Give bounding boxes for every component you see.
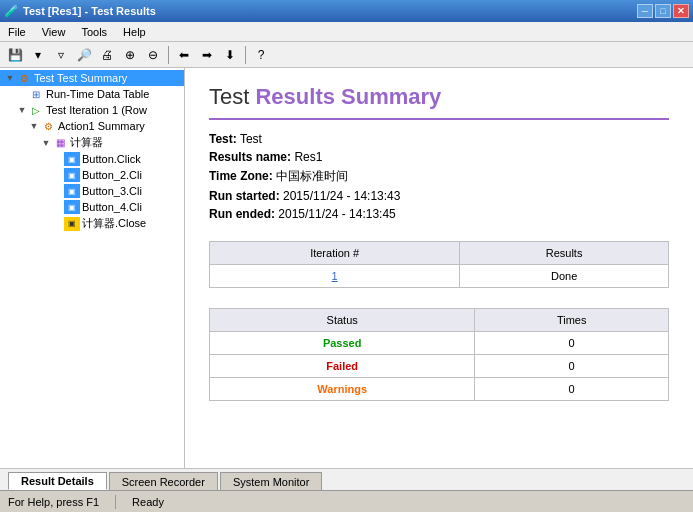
timezone-row: Time Zone: 中国标准时间 (209, 168, 669, 185)
tree-label-9: 计算器.Close (82, 216, 146, 231)
toolbar-search[interactable]: 🔎 (73, 44, 95, 66)
toolbar-zoom-in[interactable]: ⊕ (119, 44, 141, 66)
menu-help[interactable]: Help (115, 22, 154, 41)
tree-item-iteration[interactable]: ▼ ▷ Test Iteration 1 (Row (0, 102, 184, 118)
iteration-header: Iteration # (210, 242, 460, 265)
run-started-value: 2015/11/24 - 14:13:43 (283, 189, 400, 203)
test-row: Test: Test (209, 132, 669, 146)
app-window: 🧪 Test [Res1] - Test Results ─ □ ✕ File … (0, 0, 693, 512)
expand-icon-0[interactable]: ▼ (4, 72, 16, 84)
app-icon: 🧪 (4, 4, 19, 18)
status-failed-row: Failed 0 (210, 355, 669, 378)
expand-icon-2[interactable]: ▼ (16, 104, 28, 116)
iteration-row: 1 Done (210, 265, 669, 288)
status-warnings: Warnings (210, 378, 475, 401)
menu-view[interactable]: View (34, 22, 74, 41)
timezone-label: Time Zone: (209, 169, 273, 183)
iteration-result: Done (460, 265, 669, 288)
tab-system-monitor[interactable]: System Monitor (220, 472, 322, 490)
toolbar-filter[interactable]: ▾ (27, 44, 49, 66)
timezone-value: 中国标准时间 (276, 169, 348, 183)
results-name-value: Res1 (294, 150, 322, 164)
title-bar: 🧪 Test [Res1] - Test Results ─ □ ✕ (0, 0, 693, 22)
tree-item-calculator-close[interactable]: ▣ 计算器.Close (0, 215, 184, 232)
iteration-number: 1 (210, 265, 460, 288)
toolbar-help[interactable]: ? (250, 44, 272, 66)
iteration-link[interactable]: 1 (332, 270, 338, 282)
toolbar-forward[interactable]: ➡ (196, 44, 218, 66)
times-header: Times (475, 309, 669, 332)
tree-label-6: Button_2.Cli (82, 169, 142, 181)
status-help-text: For Help, press F1 (8, 496, 99, 508)
component-icon: ▦ (52, 136, 68, 150)
expand-icon-8 (52, 201, 64, 213)
expand-icon-5 (52, 153, 64, 165)
table-icon: ⊞ (28, 87, 44, 101)
tree-item-calculator[interactable]: ▼ ▦ 计算器 (0, 134, 184, 151)
results-name-label: Results name: (209, 150, 291, 164)
tree-item-button-click[interactable]: ▣ Button.Click (0, 151, 184, 167)
tab-screen-recorder[interactable]: Screen Recorder (109, 472, 218, 490)
toolbar-down[interactable]: ⬇ (219, 44, 241, 66)
tree-panel: ▼ ⚙ Test Test Summary ⊞ Run-Time Data Ta… (0, 68, 185, 468)
failed-times: 0 (475, 355, 669, 378)
status-ready-text: Ready (132, 496, 164, 508)
run-ended-label: Run ended: (209, 207, 275, 221)
maximize-button[interactable]: □ (655, 4, 671, 18)
toolbar-filter2[interactable]: ▿ (50, 44, 72, 66)
expand-icon-9 (52, 218, 64, 230)
toolbar-back[interactable]: ⬅ (173, 44, 195, 66)
results-title-prefix: Test (209, 84, 255, 109)
action-icon: ⚙ (40, 119, 56, 133)
status-divider (115, 495, 116, 509)
toolbar-print[interactable]: 🖨 (96, 44, 118, 66)
image-icon-5: ▣ (64, 152, 80, 166)
toolbar-save[interactable]: 💾 (4, 44, 26, 66)
test-value: Test (240, 132, 262, 146)
tree-label-4: 计算器 (70, 135, 103, 150)
tree-item-test-summary[interactable]: ▼ ⚙ Test Test Summary (0, 70, 184, 86)
run-started-row: Run started: 2015/11/24 - 14:13:43 (209, 189, 669, 203)
status-passed-row: Passed 0 (210, 332, 669, 355)
iteration-icon: ▷ (28, 103, 44, 117)
tree-item-runtime-table[interactable]: ⊞ Run-Time Data Table (0, 86, 184, 102)
tree-item-button4[interactable]: ▣ Button_4.Cli (0, 199, 184, 215)
image-icon-7: ▣ (64, 184, 80, 198)
test-label: Test: (209, 132, 237, 146)
iteration-table: Iteration # Results 1 Done (209, 241, 669, 288)
results-panel: Test Results Summary Test: Test Results … (185, 68, 693, 468)
status-bar: For Help, press F1 Ready (0, 490, 693, 512)
passed-times: 0 (475, 332, 669, 355)
close-button[interactable]: ✕ (673, 4, 689, 18)
minimize-button[interactable]: ─ (637, 4, 653, 18)
status-failed: Failed (210, 355, 475, 378)
close-icon: ▣ (64, 217, 80, 231)
run-ended-value: 2015/11/24 - 14:13:45 (278, 207, 395, 221)
menu-tools[interactable]: Tools (73, 22, 115, 41)
toolbar-separator (168, 46, 169, 64)
window-title: Test [Res1] - Test Results (23, 5, 156, 17)
results-header: Results (460, 242, 669, 265)
menu-file[interactable]: File (0, 22, 34, 41)
tree-item-button2[interactable]: ▣ Button_2.Cli (0, 167, 184, 183)
run-started-label: Run started: (209, 189, 280, 203)
tree-item-button3[interactable]: ▣ Button_3.Cli (0, 183, 184, 199)
status-table: Status Times Passed 0 Failed 0 Warnings (209, 308, 669, 401)
tree-label-8: Button_4.Cli (82, 201, 142, 213)
status-passed: Passed (210, 332, 475, 355)
results-title-suffix: Results Summary (255, 84, 441, 109)
toolbar: 💾 ▾ ▿ 🔎 🖨 ⊕ ⊖ ⬅ ➡ ⬇ ? (0, 42, 693, 68)
tab-result-details[interactable]: Result Details (8, 472, 107, 490)
toolbar-zoom-out[interactable]: ⊖ (142, 44, 164, 66)
results-heading: Test Results Summary (209, 84, 669, 120)
expand-icon-3[interactable]: ▼ (28, 120, 40, 132)
tree-label-1: Run-Time Data Table (46, 88, 149, 100)
run-ended-row: Run ended: 2015/11/24 - 14:13:45 (209, 207, 669, 221)
expand-icon-4[interactable]: ▼ (40, 137, 52, 149)
tree-label-5: Button.Click (82, 153, 141, 165)
warnings-times: 0 (475, 378, 669, 401)
tree-label-3: Action1 Summary (58, 120, 145, 132)
toolbar-separator2 (245, 46, 246, 64)
tree-item-action-summary[interactable]: ▼ ⚙ Action1 Summary (0, 118, 184, 134)
expand-icon-6 (52, 169, 64, 181)
